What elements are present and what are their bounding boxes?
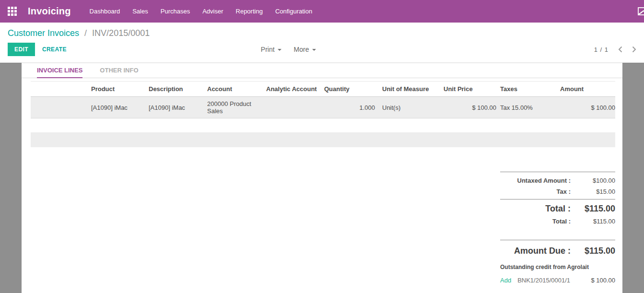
control-panel: Customer Invoices / INV/2015/0001 EDIT C… (0, 23, 644, 63)
menu-item-sales[interactable]: Sales (126, 0, 154, 23)
apps-grid-icon[interactable] (8, 7, 17, 16)
credit-reference: BNK1/2015/0001/1 (517, 277, 570, 284)
menu-item-adviser[interactable]: Adviser (196, 0, 229, 23)
column-product: Product (91, 82, 149, 97)
caret-down-icon (312, 49, 316, 51)
main-menu: Dashboard Sales Purchases Adviser Report… (83, 0, 319, 23)
cell-quantity: 1.000 (324, 97, 375, 118)
pager-previous-button[interactable] (618, 46, 622, 53)
invoice-lines-table: Product Description Account Analytic Acc… (31, 81, 615, 118)
invoice-lines-table-wrap: Product Description Account Analytic Acc… (31, 81, 615, 284)
breadcrumb: Customer Invoices / INV/2015/0001 (8, 28, 636, 38)
control-panel-buttons: EDIT CREATE Print More 1 / 1 (8, 43, 636, 56)
menu-item-purchases[interactable]: Purchases (154, 0, 196, 23)
cell-unit-price: $ 100.00 (444, 97, 496, 118)
credit-amount: $ 100.00 (591, 277, 615, 284)
total-row: Total : $115.00 (500, 199, 615, 216)
cell-taxes: Tax 15.00% (496, 97, 556, 118)
total-secondary-label: Total : (500, 218, 571, 225)
column-description: Description (149, 82, 207, 97)
tab-other-info[interactable]: OTHER INFO (100, 67, 138, 78)
menu-item-reporting[interactable]: Reporting (230, 0, 269, 23)
app-name[interactable]: Invoicing (28, 6, 71, 17)
amount-due-value: $115.00 (571, 246, 615, 256)
print-dropdown[interactable]: Print (261, 46, 281, 53)
cell-product: [A1090] iMac (91, 97, 149, 118)
more-dropdown-label: More (294, 46, 309, 53)
totals-panel: Untaxed Amount : $100.00 Tax : $15.00 To… (500, 172, 615, 284)
pager: 1 / 1 (594, 46, 636, 53)
print-dropdown-label: Print (261, 46, 275, 53)
amount-due-row: Amount Due : $115.00 (500, 243, 615, 258)
amount-due-label: Amount Due : (500, 246, 571, 256)
menu-item-configuration[interactable]: Configuration (269, 0, 318, 23)
total-label: Total : (500, 204, 571, 214)
cell-analytic-account (266, 97, 324, 118)
action-dropdowns: Print More (261, 46, 316, 53)
outstanding-credit-title: Outstanding credit from Agrolait (500, 264, 615, 270)
more-dropdown[interactable]: More (294, 46, 316, 53)
total-secondary-value: $115.00 (571, 218, 615, 225)
top-navbar: Invoicing Dashboard Sales Purchases Advi… (0, 0, 644, 23)
cell-unit-of-measure: Unit(s) (375, 97, 444, 118)
outstanding-credit-row: Add BNK1/2015/0001/1 $ 100.00 (500, 277, 615, 284)
untaxed-amount-label: Untaxed Amount : (500, 177, 571, 184)
invoice-line-row[interactable]: [A1090] iMac [A1090] iMac 200000 Product… (31, 97, 615, 118)
tax-label: Tax : (500, 188, 571, 195)
pager-count: 1 / 1 (594, 46, 609, 53)
edit-button[interactable]: EDIT (8, 43, 35, 56)
total-value: $115.00 (571, 204, 615, 214)
cell-account: 200000 Product Sales (207, 97, 266, 118)
pager-next-button[interactable] (632, 46, 636, 53)
table-header-row: Product Description Account Analytic Acc… (31, 82, 615, 97)
chevron-left-icon (618, 46, 622, 53)
column-quantity: Quantity (324, 82, 375, 97)
empty-line-band (31, 132, 615, 147)
tax-value: $15.00 (571, 188, 615, 195)
tab-invoice-lines[interactable]: INVOICE LINES (37, 67, 82, 78)
breadcrumb-parent-link[interactable]: Customer Invoices (8, 28, 79, 38)
notebook-tabs: INVOICE LINES OTHER INFO (22, 63, 622, 78)
total-secondary-row: Total : $115.00 (500, 216, 615, 227)
column-taxes: Taxes (496, 82, 556, 97)
caret-down-icon (278, 49, 281, 51)
untaxed-amount-row: Untaxed Amount : $100.00 (500, 175, 615, 186)
column-account: Account (207, 82, 266, 97)
messages-icon[interactable] (638, 7, 644, 15)
add-credit-link[interactable]: Add (500, 277, 511, 284)
column-amount: Amount (556, 82, 615, 97)
form-background: INVOICE LINES OTHER INFO Product Descrip… (0, 63, 644, 293)
totals-group: Untaxed Amount : $100.00 Tax : $15.00 To… (500, 172, 615, 227)
untaxed-amount-value: $100.00 (571, 177, 615, 184)
tax-row: Tax : $15.00 (500, 186, 615, 197)
column-analytic-account: Analytic Account (266, 82, 324, 97)
column-unit-of-measure: Unit of Measure (375, 82, 444, 97)
cell-handle (31, 97, 91, 118)
column-handle (31, 82, 91, 97)
column-unit-price: Unit Price (444, 82, 496, 97)
menu-item-dashboard[interactable]: Dashboard (83, 0, 127, 23)
invoice-form-sheet: INVOICE LINES OTHER INFO Product Descrip… (22, 63, 622, 293)
cell-description: [A1090] iMac (149, 97, 207, 118)
amount-due-group: Amount Due : $115.00 Outstanding credit … (500, 240, 615, 284)
chevron-right-icon (632, 46, 636, 53)
cell-amount: $ 100.00 (556, 97, 615, 118)
create-button[interactable]: CREATE (42, 46, 67, 53)
breadcrumb-current: INV/2015/0001 (92, 28, 150, 38)
breadcrumb-separator: / (84, 28, 87, 38)
